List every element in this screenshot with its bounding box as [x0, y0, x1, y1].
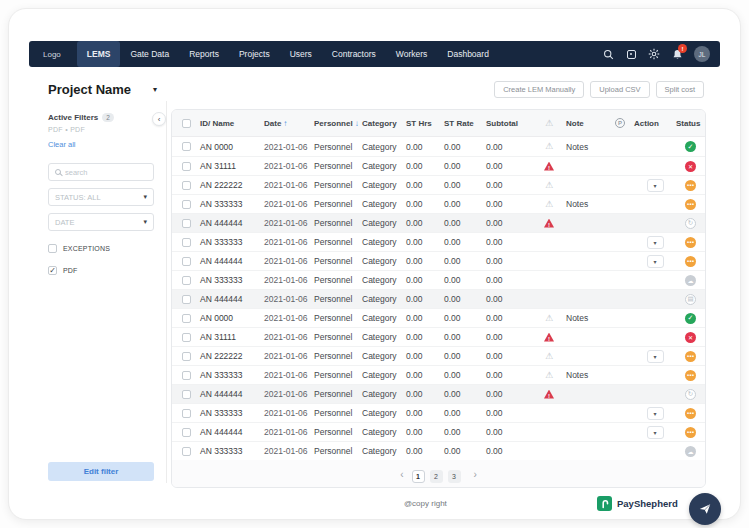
row-checkbox[interactable]	[182, 181, 191, 190]
col-category[interactable]: Category	[362, 119, 406, 128]
page-button-1[interactable]: 1	[412, 470, 425, 483]
row-checkbox[interactable]	[182, 276, 191, 285]
cell-category: Category	[362, 351, 406, 361]
cell-date: 2021-01-06	[264, 389, 314, 399]
row-checkbox[interactable]	[182, 447, 191, 456]
table-row[interactable]: AN 3333332021-01-06PersonnelCategory0.00…	[172, 232, 705, 251]
status-dropdown[interactable]: STATUS: ALL ▾	[48, 188, 154, 206]
nav-item-contractors[interactable]: Contractors	[322, 41, 386, 67]
cell-category: Category	[362, 427, 406, 437]
checkbox-unchecked[interactable]	[48, 244, 57, 253]
split-cost-button[interactable]: Split cost	[656, 81, 704, 98]
row-checkbox[interactable]	[182, 428, 191, 437]
page-button-2[interactable]: 2	[430, 470, 443, 483]
nav-item-lems[interactable]: LEMS	[77, 41, 121, 67]
table-row[interactable]: AN 2222222021-01-06PersonnelCategory0.00…	[172, 175, 705, 194]
cell-warning: !	[532, 162, 566, 171]
nav-item-workers[interactable]: Workers	[386, 41, 438, 67]
nav-item-dashboard[interactable]: Dashboard	[437, 41, 499, 67]
table-row[interactable]: AN 4444442021-01-06PersonnelCategory0.00…	[172, 213, 705, 232]
row-action-dropdown[interactable]: ▾	[647, 350, 664, 363]
page-button-3[interactable]: 3	[448, 470, 461, 483]
table-row[interactable]: AN 4444442021-01-06PersonnelCategory0.00…	[172, 289, 705, 308]
col-st-rate[interactable]: ST Rate	[444, 119, 486, 128]
table-row[interactable]: AN 3333332021-01-06PersonnelCategory0.00…	[172, 403, 705, 422]
cell-date: 2021-01-06	[264, 427, 314, 437]
chevron-down-icon: ▾	[143, 218, 147, 226]
nav-item-users[interactable]: Users	[280, 41, 322, 67]
row-checkbox[interactable]	[182, 200, 191, 209]
table-row[interactable]: AN 311112021-01-06PersonnelCategory0.000…	[172, 327, 705, 346]
project-dropdown-caret-icon[interactable]: ▾	[153, 85, 157, 94]
table-row[interactable]: AN 4444442021-01-06PersonnelCategory0.00…	[172, 422, 705, 441]
collapse-sidebar-button[interactable]: ‹	[152, 112, 166, 126]
avatar[interactable]: JL	[694, 46, 710, 62]
edit-filter-button[interactable]: Edit filter	[48, 462, 154, 481]
row-checkbox[interactable]	[182, 219, 191, 228]
cell-date: 2021-01-06	[264, 408, 314, 418]
row-action-dropdown[interactable]: ▾	[647, 426, 664, 439]
row-checkbox[interactable]	[182, 390, 191, 399]
prev-page-button[interactable]: ‹	[398, 469, 405, 480]
table-row[interactable]: AN 4444442021-01-06PersonnelCategory0.00…	[172, 251, 705, 270]
row-checkbox[interactable]	[182, 314, 191, 323]
table-row[interactable]: AN 4444442021-01-06PersonnelCategory0.00…	[172, 384, 705, 403]
row-action-dropdown[interactable]: ▾	[647, 255, 664, 268]
row-checkbox[interactable]	[182, 409, 191, 418]
filter-checkbox-exceptions[interactable]: EXCEPTIONS	[48, 244, 154, 253]
row-checkbox[interactable]	[182, 238, 191, 247]
table-row[interactable]: AN 00002021-01-06PersonnelCategory0.000.…	[172, 308, 705, 327]
row-checkbox[interactable]	[182, 371, 191, 380]
date-dropdown[interactable]: DATE ▾	[48, 213, 154, 231]
table-row[interactable]: AN 3333332021-01-06PersonnelCategory0.00…	[172, 441, 705, 460]
filter-checkbox-pdf[interactable]: ✓PDF	[48, 266, 154, 275]
send-fab-button[interactable]	[689, 493, 721, 525]
row-checkbox[interactable]	[182, 295, 191, 304]
pagination: ‹ 123 ›	[172, 460, 705, 488]
col-note[interactable]: Note	[566, 119, 606, 128]
cell-date: 2021-01-06	[264, 199, 314, 209]
cell-category: Category	[362, 313, 406, 323]
settings-icon[interactable]	[648, 48, 660, 60]
row-checkbox[interactable]	[182, 142, 191, 151]
cell-personnel: Personnel	[314, 332, 362, 342]
row-action-dropdown[interactable]: ▾	[647, 236, 664, 249]
filter-search[interactable]	[48, 163, 154, 181]
nav-item-gate-data[interactable]: Gate Data	[120, 41, 179, 67]
table-row[interactable]: AN 3333332021-01-06PersonnelCategory0.00…	[172, 365, 705, 384]
col-id-name[interactable]: ID/ Name	[200, 119, 264, 128]
col-subtotal[interactable]: Subtotal	[486, 119, 532, 128]
col-st-hrs[interactable]: ST Hrs	[406, 119, 444, 128]
col-date[interactable]: Date↑	[264, 119, 314, 128]
row-checkbox[interactable]	[182, 162, 191, 171]
next-page-button[interactable]: ›	[472, 469, 479, 480]
table-row[interactable]: AN 3333332021-01-06PersonnelCategory0.00…	[172, 270, 705, 289]
row-checkbox[interactable]	[182, 257, 191, 266]
scan-icon[interactable]	[625, 48, 637, 60]
select-all-checkbox[interactable]	[182, 119, 191, 128]
cell-warning: ⚠	[532, 142, 566, 151]
notifications-icon[interactable]: !	[671, 48, 683, 60]
row-action-dropdown[interactable]: ▾	[647, 407, 664, 420]
nav-item-reports[interactable]: Reports	[179, 41, 229, 67]
app-logo[interactable]: Logo	[43, 50, 61, 59]
nav-item-projects[interactable]: Projects	[229, 41, 280, 67]
checkbox-checked[interactable]: ✓	[48, 266, 57, 275]
search-icon[interactable]	[602, 48, 614, 60]
table-row[interactable]: AN 2222222021-01-06PersonnelCategory0.00…	[172, 346, 705, 365]
row-checkbox[interactable]	[182, 352, 191, 361]
table-row[interactable]: AN 3333332021-01-06PersonnelCategory0.00…	[172, 194, 705, 213]
cell-personnel: Personnel	[314, 370, 362, 380]
cell-subtotal: 0.00	[486, 332, 532, 342]
col-personnel[interactable]: Personnel↓	[314, 119, 362, 128]
cell-date: 2021-01-06	[264, 370, 314, 380]
create-lem-button[interactable]: Create LEM Manually	[494, 81, 584, 98]
cell-id-name: AN 333333	[200, 275, 264, 285]
table-row[interactable]: AN 00002021-01-06PersonnelCategory0.000.…	[172, 137, 705, 156]
table-row[interactable]: AN 311112021-01-06PersonnelCategory0.000…	[172, 156, 705, 175]
row-checkbox[interactable]	[182, 333, 191, 342]
search-input[interactable]	[65, 168, 147, 177]
upload-csv-button[interactable]: Upload CSV	[590, 81, 649, 98]
clear-all-link[interactable]: Clear all	[48, 140, 76, 149]
row-action-dropdown[interactable]: ▾	[647, 179, 664, 192]
